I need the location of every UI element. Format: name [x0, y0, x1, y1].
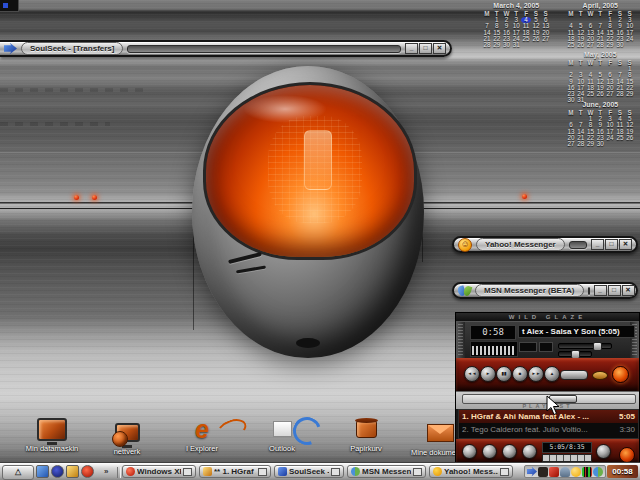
recycle-bin-icon: [356, 416, 377, 442]
desktop-icon-outlook[interactable]: Outlook: [245, 416, 319, 453]
yahoo-smiley-tray-icon[interactable]: [571, 467, 581, 477]
quick-launch-overflow-chevron[interactable]: »: [104, 467, 108, 476]
playlist-misc-knob[interactable]: [522, 444, 537, 459]
track-title-display[interactable]: t Alex - Salsa Y Son (5:05): [518, 325, 635, 338]
msn-tray-icon[interactable]: [593, 467, 603, 477]
minimize-button[interactable]: _: [591, 239, 604, 250]
calendar-day-header: T: [576, 109, 586, 116]
documents-icon: [427, 420, 454, 446]
calendar-april: April, 2005 MTWTFSS 12345678910111213141…: [566, 2, 635, 48]
wallpaper-wire: [0, 208, 196, 209]
taskbar-button[interactable]: Windows XP ...: [122, 465, 196, 478]
calendar-day-header: F: [605, 59, 615, 66]
calendar-day: 27: [566, 141, 576, 147]
player-time-display[interactable]: 0:58: [470, 325, 516, 340]
task-button-group: Windows XP ... ** 1. HGraf ... SoulSeek …: [122, 465, 513, 478]
calendar-day-header: T: [595, 59, 605, 66]
desktop-icon-label: Outlook: [269, 444, 295, 453]
blue-app-icon[interactable]: [36, 465, 49, 478]
yahoo-window-title[interactable]: Yahoo! Messenger: [476, 238, 565, 251]
calendar-day: 26: [576, 42, 586, 48]
window-mini-icon: [183, 468, 192, 476]
play-button[interactable]: ►: [480, 366, 496, 382]
calendar-day: 28: [482, 42, 492, 48]
taskbar-button[interactable]: ** 1. HGraf ...: [199, 465, 271, 478]
player-skin-title[interactable]: WILD GLAZE: [456, 313, 639, 321]
red-app-icon[interactable]: [81, 465, 94, 478]
maximize-button[interactable]: □: [419, 43, 432, 54]
calendar-day: [625, 42, 635, 48]
playlist-select-knob[interactable]: [502, 444, 517, 459]
player-left-rail: [456, 322, 465, 359]
winamp-icon: [203, 467, 212, 476]
calendar-day: 29: [492, 42, 502, 48]
meter-tray-icon[interactable]: [582, 467, 592, 477]
navy-app-icon[interactable]: [51, 465, 64, 478]
desktop-icon-recycle-bin[interactable]: Papirkurv: [329, 416, 403, 453]
soulseek-icon: [278, 467, 287, 476]
msn-messenger-window-bar[interactable]: MSN Messenger (BETA) _ □ ✕: [452, 282, 638, 299]
calendar-day: [521, 42, 531, 48]
msn-window-title[interactable]: MSN Messenger (BETA): [475, 284, 584, 297]
calendar-days: 1234567891011121314151617181920212223242…: [566, 66, 635, 104]
playlist-item[interactable]: 1. HGraf & Ahi Nama feat Alex - ... 5:05: [459, 410, 638, 423]
volume-slider[interactable]: [558, 343, 612, 349]
gold-pen-icon[interactable]: [66, 465, 79, 478]
calendar-day: 25: [566, 42, 576, 48]
playlist-mini-buttons[interactable]: [542, 454, 592, 462]
window-mini-icon: [413, 468, 422, 476]
repeat-toggle[interactable]: [592, 371, 608, 380]
calendar-day-header: W: [586, 59, 596, 66]
user-tray-icon[interactable]: [560, 467, 570, 477]
playlist-remove-knob[interactable]: [482, 444, 497, 459]
quick-launch-bar: [36, 465, 94, 478]
minimize-button[interactable]: _: [405, 43, 418, 54]
wallpaper-wire: [421, 208, 640, 209]
balance-slider[interactable]: [558, 351, 592, 357]
calendar-day: 31: [511, 42, 521, 48]
maximize-button[interactable]: □: [608, 285, 621, 296]
close-button[interactable]: ✕: [433, 43, 446, 54]
desktop-icon-network[interactable]: nettverk: [90, 419, 164, 456]
player-logo-button[interactable]: [612, 366, 629, 383]
previous-button[interactable]: ◄◄: [464, 366, 480, 382]
stop-button[interactable]: ■: [512, 366, 528, 382]
desktop-corner-widget: [0, 0, 19, 12]
minimize-button[interactable]: _: [594, 285, 607, 296]
red-app-tray-icon[interactable]: [549, 467, 559, 477]
start-button[interactable]: △: [2, 465, 34, 480]
yahoo-messenger-window-bar[interactable]: ☺ Yahoo! Messenger _ □ ✕: [452, 236, 638, 253]
desktop-icon-internet-explorer[interactable]: e I Explorer: [165, 416, 239, 453]
eject-button[interactable]: ▲: [544, 366, 560, 382]
seek-handle[interactable]: [549, 395, 577, 403]
calendar-title: May, 2005: [566, 51, 635, 58]
soulseek-window-bar[interactable]: SoulSeek - [Transfers] _ □ ✕: [0, 40, 452, 57]
calendar-day-headers: MTWTFSS: [566, 59, 635, 66]
calendar-day: [605, 141, 615, 147]
close-button[interactable]: ✕: [619, 239, 632, 250]
desktop-icon-my-computer[interactable]: Min datamaskin: [15, 416, 89, 453]
taskbar-button[interactable]: Yahoo! Mess...: [429, 465, 513, 478]
spectrum-analyzer[interactable]: [470, 341, 518, 357]
player-main-panel: 0:58 t Alex - Salsa Y Son (5:05): [456, 321, 639, 358]
calendar-day-header: M: [566, 109, 576, 116]
system-tray: [524, 465, 606, 478]
calendar-may: May, 2005 MTWTFSS 1234567891011121314151…: [566, 51, 635, 104]
shuffle-toggle[interactable]: [560, 370, 588, 380]
taskbar-divider[interactable]: [117, 467, 121, 478]
camera-tray-icon[interactable]: [538, 467, 548, 477]
player-footer-logo[interactable]: [619, 447, 635, 463]
maximize-button[interactable]: □: [605, 239, 618, 250]
playlist-add-knob[interactable]: [462, 444, 477, 459]
playlist-item[interactable]: 2. Tego Calderon feat. Julio Voltio... 3…: [459, 423, 638, 436]
soulseek-tray-icon[interactable]: [527, 467, 537, 477]
close-button[interactable]: ✕: [622, 285, 635, 296]
next-button[interactable]: ►►: [528, 366, 544, 382]
taskbar-button[interactable]: SoulSeek - [...: [274, 465, 344, 478]
soulseek-window-title[interactable]: SoulSeek - [Transfers]: [21, 42, 123, 55]
taskbar-button[interactable]: MSN Messen...: [347, 465, 426, 478]
media-player-window[interactable]: WILD GLAZE 0:58 t Alex - Salsa Y Son (5:…: [455, 312, 640, 462]
playlist-list-knob[interactable]: [596, 444, 611, 459]
wallpaper-wire: [421, 202, 640, 204]
pause-button[interactable]: ▮▮: [496, 366, 512, 382]
